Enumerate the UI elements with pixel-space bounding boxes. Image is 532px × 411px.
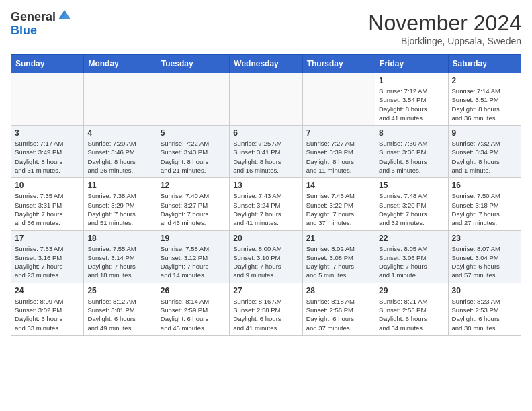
- day-info: Sunrise: 8:16 AM Sunset: 2:58 PM Dayligh…: [233, 297, 298, 332]
- weekday-header-sunday: Sunday: [11, 55, 84, 73]
- day-info: Sunrise: 7:45 AM Sunset: 3:22 PM Dayligh…: [306, 191, 371, 227]
- weekday-header-saturday: Saturday: [448, 55, 521, 73]
- month-year: November 2024: [368, 11, 521, 36]
- day-number: 14: [306, 181, 371, 190]
- day-info: Sunrise: 8:23 AM Sunset: 2:53 PM Dayligh…: [452, 297, 517, 332]
- day-number: 9: [452, 128, 517, 138]
- day-number: 18: [87, 234, 152, 243]
- day-number: 19: [161, 234, 226, 243]
- day-info: Sunrise: 8:07 AM Sunset: 3:04 PM Dayligh…: [452, 244, 517, 280]
- day-number: 29: [379, 286, 444, 295]
- calendar-cell: 8Sunrise: 7:30 AM Sunset: 3:36 PM Daylig…: [375, 126, 448, 178]
- day-number: 12: [161, 181, 226, 190]
- day-number: 25: [87, 286, 152, 295]
- day-number: 24: [15, 286, 80, 295]
- day-info: Sunrise: 7:22 AM Sunset: 3:43 PM Dayligh…: [161, 139, 226, 175]
- calendar-cell: 25Sunrise: 8:12 AM Sunset: 3:01 PM Dayli…: [84, 283, 157, 335]
- weekday-header-thursday: Thursday: [302, 55, 375, 73]
- day-number: 27: [233, 286, 298, 295]
- day-number: 21: [306, 234, 371, 243]
- calendar-cell: 11Sunrise: 7:38 AM Sunset: 3:29 PM Dayli…: [84, 178, 157, 230]
- calendar-cell: 5Sunrise: 7:22 AM Sunset: 3:43 PM Daylig…: [157, 126, 229, 178]
- day-info: Sunrise: 7:17 AM Sunset: 3:49 PM Dayligh…: [15, 139, 80, 175]
- day-info: Sunrise: 7:14 AM Sunset: 3:51 PM Dayligh…: [452, 87, 517, 122]
- day-number: 23: [452, 234, 517, 243]
- calendar-cell: [84, 73, 157, 126]
- location: Bjorklinge, Uppsala, Sweden: [368, 36, 521, 46]
- day-number: 30: [452, 286, 517, 295]
- weekday-header-tuesday: Tuesday: [157, 55, 229, 73]
- day-info: Sunrise: 7:12 AM Sunset: 3:54 PM Dayligh…: [379, 87, 444, 122]
- day-number: 4: [87, 128, 152, 138]
- calendar-cell: 16Sunrise: 7:50 AM Sunset: 3:18 PM Dayli…: [448, 178, 521, 230]
- day-number: 3: [15, 128, 80, 138]
- day-number: 5: [161, 128, 226, 138]
- calendar-cell: 3Sunrise: 7:17 AM Sunset: 3:49 PM Daylig…: [11, 126, 84, 178]
- day-info: Sunrise: 7:58 AM Sunset: 3:12 PM Dayligh…: [161, 244, 226, 280]
- logo-general: General: [11, 11, 56, 24]
- calendar-cell: [230, 73, 302, 126]
- calendar-cell: 20Sunrise: 8:00 AM Sunset: 3:10 PM Dayli…: [230, 230, 302, 283]
- calendar-cell: 21Sunrise: 8:02 AM Sunset: 3:08 PM Dayli…: [302, 230, 375, 283]
- day-info: Sunrise: 7:38 AM Sunset: 3:29 PM Dayligh…: [87, 191, 152, 227]
- calendar-cell: [157, 73, 229, 126]
- calendar-cell: 26Sunrise: 8:14 AM Sunset: 2:59 PM Dayli…: [157, 283, 229, 335]
- calendar-cell: 19Sunrise: 7:58 AM Sunset: 3:12 PM Dayli…: [157, 230, 229, 283]
- day-info: Sunrise: 8:21 AM Sunset: 2:55 PM Dayligh…: [379, 297, 444, 332]
- day-number: 7: [306, 128, 371, 138]
- day-info: Sunrise: 8:12 AM Sunset: 3:01 PM Dayligh…: [87, 297, 152, 332]
- day-number: 1: [379, 76, 444, 85]
- day-info: Sunrise: 7:35 AM Sunset: 3:31 PM Dayligh…: [15, 191, 80, 227]
- logo: General Blue: [11, 11, 72, 38]
- calendar-cell: 24Sunrise: 8:09 AM Sunset: 3:02 PM Dayli…: [11, 283, 84, 335]
- day-info: Sunrise: 7:30 AM Sunset: 3:36 PM Dayligh…: [379, 139, 444, 175]
- day-info: Sunrise: 7:48 AM Sunset: 3:20 PM Dayligh…: [379, 191, 444, 227]
- weekday-header-monday: Monday: [84, 55, 157, 73]
- day-number: 13: [233, 181, 298, 190]
- calendar-cell: 29Sunrise: 8:21 AM Sunset: 2:55 PM Dayli…: [375, 283, 448, 335]
- calendar-cell: 28Sunrise: 8:18 AM Sunset: 2:56 PM Dayli…: [302, 283, 375, 335]
- calendar-cell: 7Sunrise: 7:27 AM Sunset: 3:39 PM Daylig…: [302, 126, 375, 178]
- day-number: 17: [15, 234, 80, 243]
- day-info: Sunrise: 8:14 AM Sunset: 2:59 PM Dayligh…: [161, 297, 226, 332]
- calendar-cell: 4Sunrise: 7:20 AM Sunset: 3:46 PM Daylig…: [84, 126, 157, 178]
- logo-blue: Blue: [11, 24, 37, 37]
- day-info: Sunrise: 7:43 AM Sunset: 3:24 PM Dayligh…: [233, 191, 298, 227]
- day-number: 8: [379, 128, 444, 138]
- page-header: General Blue November 2024 Bjorklinge, U…: [11, 11, 521, 46]
- week-row-1: 1Sunrise: 7:12 AM Sunset: 3:54 PM Daylig…: [11, 73, 521, 126]
- day-number: 6: [233, 128, 298, 138]
- calendar-cell: 14Sunrise: 7:45 AM Sunset: 3:22 PM Dayli…: [302, 178, 375, 230]
- calendar-cell: 2Sunrise: 7:14 AM Sunset: 3:51 PM Daylig…: [448, 73, 521, 126]
- day-number: 15: [379, 181, 444, 190]
- day-info: Sunrise: 8:18 AM Sunset: 2:56 PM Dayligh…: [306, 297, 371, 332]
- day-info: Sunrise: 7:27 AM Sunset: 3:39 PM Dayligh…: [306, 139, 371, 175]
- day-number: 2: [452, 76, 517, 85]
- calendar-cell: [11, 73, 84, 126]
- calendar-cell: 18Sunrise: 7:55 AM Sunset: 3:14 PM Dayli…: [84, 230, 157, 283]
- day-info: Sunrise: 8:05 AM Sunset: 3:06 PM Dayligh…: [379, 244, 444, 280]
- day-info: Sunrise: 7:53 AM Sunset: 3:16 PM Dayligh…: [15, 244, 80, 280]
- calendar-cell: 17Sunrise: 7:53 AM Sunset: 3:16 PM Dayli…: [11, 230, 84, 283]
- week-row-4: 17Sunrise: 7:53 AM Sunset: 3:16 PM Dayli…: [11, 230, 521, 283]
- calendar-cell: 1Sunrise: 7:12 AM Sunset: 3:54 PM Daylig…: [375, 73, 448, 126]
- weekday-header-wednesday: Wednesday: [230, 55, 302, 73]
- week-row-2: 3Sunrise: 7:17 AM Sunset: 3:49 PM Daylig…: [11, 126, 521, 178]
- calendar-cell: 10Sunrise: 7:35 AM Sunset: 3:31 PM Dayli…: [11, 178, 84, 230]
- calendar-cell: 13Sunrise: 7:43 AM Sunset: 3:24 PM Dayli…: [230, 178, 302, 230]
- calendar-cell: [302, 73, 375, 126]
- calendar-cell: 22Sunrise: 8:05 AM Sunset: 3:06 PM Dayli…: [375, 230, 448, 283]
- weekday-header-friday: Friday: [375, 55, 448, 73]
- calendar-cell: 12Sunrise: 7:40 AM Sunset: 3:27 PM Dayli…: [157, 178, 229, 230]
- calendar-cell: 30Sunrise: 8:23 AM Sunset: 2:53 PM Dayli…: [448, 283, 521, 335]
- calendar-cell: 9Sunrise: 7:32 AM Sunset: 3:34 PM Daylig…: [448, 126, 521, 178]
- day-number: 28: [306, 286, 371, 295]
- week-row-3: 10Sunrise: 7:35 AM Sunset: 3:31 PM Dayli…: [11, 178, 521, 230]
- day-number: 16: [452, 181, 517, 190]
- day-number: 20: [233, 234, 298, 243]
- calendar-cell: 27Sunrise: 8:16 AM Sunset: 2:58 PM Dayli…: [230, 283, 302, 335]
- day-info: Sunrise: 7:55 AM Sunset: 3:14 PM Dayligh…: [87, 244, 152, 280]
- day-info: Sunrise: 7:25 AM Sunset: 3:41 PM Dayligh…: [233, 139, 298, 175]
- day-info: Sunrise: 8:00 AM Sunset: 3:10 PM Dayligh…: [233, 244, 298, 280]
- day-number: 11: [87, 181, 152, 190]
